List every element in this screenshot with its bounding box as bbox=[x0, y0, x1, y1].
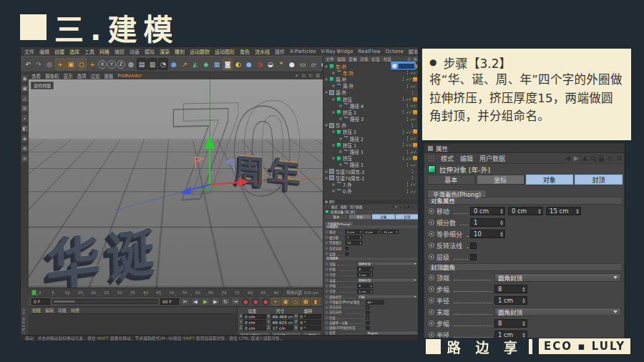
radio-icon[interactable] bbox=[326, 300, 328, 303]
add-tab-icon[interactable]: ⊞ bbox=[416, 205, 419, 208]
lock-icon[interactable] bbox=[407, 206, 409, 207]
workplane-icon[interactable]: ⊞ bbox=[21, 105, 28, 112]
radio-icon[interactable] bbox=[326, 236, 328, 239]
axis-mode-icon[interactable]: ⊕ bbox=[21, 145, 28, 152]
menu-item[interactable]: 编辑 bbox=[39, 48, 49, 55]
subdivision-field[interactable]: 1 bbox=[470, 218, 505, 227]
expand-toggle-icon[interactable] bbox=[325, 177, 328, 180]
expand-toggle-icon[interactable] bbox=[339, 117, 342, 120]
expand-toggle-icon[interactable] bbox=[332, 72, 335, 74]
enable-checks[interactable]: ✓✓ bbox=[406, 97, 411, 102]
subdivision-field[interactable]: 1 bbox=[346, 235, 363, 240]
rotate-tool-icon[interactable]: ○ bbox=[77, 58, 87, 70]
make-editable-icon[interactable]: ◉ bbox=[21, 75, 28, 82]
viewport[interactable]: 查看 摄像机 显示 选项 过滤 面板 ProRender +⊙↻⊞ 70 70 … bbox=[29, 72, 323, 288]
menu-item[interactable]: 流水线 bbox=[255, 48, 270, 55]
radio-icon[interactable] bbox=[326, 306, 328, 309]
autokey-icon[interactable]: ● bbox=[241, 298, 250, 305]
object-tree-row[interactable]: 路径 4 ✓✓ bbox=[323, 102, 419, 109]
size-field[interactable]: 69.469 cm bbox=[271, 314, 294, 319]
object-tree-row[interactable]: 年-外 ✓✓ bbox=[323, 69, 419, 76]
stepper-icon[interactable] bbox=[522, 298, 525, 303]
step-forward-icon[interactable]: ▶ bbox=[211, 298, 220, 305]
menu-item[interactable]: 插件 bbox=[275, 48, 285, 55]
key-pla-icon[interactable]: ▮ bbox=[311, 298, 320, 305]
menu-item[interactable]: 工具 bbox=[84, 48, 94, 55]
extrude-generator-icon[interactable]: ◭ bbox=[190, 58, 200, 70]
om-menu-view[interactable]: 查看 bbox=[348, 56, 357, 62]
expand-toggle-icon[interactable] bbox=[332, 84, 335, 87]
go-end-icon[interactable]: ⇥ bbox=[231, 298, 240, 305]
tab-object[interactable]: 对象 bbox=[526, 175, 574, 185]
tab-coordinates[interactable]: 坐标 bbox=[477, 175, 525, 185]
expand-toggle-icon[interactable] bbox=[339, 137, 342, 140]
edges-mode-icon[interactable]: ◧ bbox=[21, 125, 28, 132]
radio-icon[interactable] bbox=[326, 279, 328, 282]
material-menu-item[interactable]: 编辑 bbox=[45, 307, 54, 313]
iso-subdivision-field[interactable]: 10 bbox=[470, 230, 505, 238]
radio-icon[interactable] bbox=[429, 275, 434, 280]
axis-gizmo[interactable] bbox=[107, 119, 322, 240]
end-radius-field[interactable]: 1 cm bbox=[357, 289, 373, 293]
expand-toggle-icon[interactable] bbox=[325, 91, 328, 94]
top-radius-field[interactable]: 1 cm bbox=[357, 273, 373, 277]
visibility-dots-icon[interactable] bbox=[406, 136, 409, 141]
stepper-icon[interactable] bbox=[360, 242, 361, 244]
rotation-field[interactable]: 0 ° bbox=[298, 320, 321, 325]
radio-icon[interactable] bbox=[326, 273, 328, 276]
phong-tag-icon[interactable] bbox=[413, 97, 417, 102]
movement-y-field[interactable]: 0 cm bbox=[508, 207, 543, 215]
menu-item[interactable]: 脚本 bbox=[409, 48, 418, 55]
menu-item[interactable]: 创建 bbox=[54, 48, 64, 55]
camera-icon[interactable]: ◙ bbox=[223, 58, 233, 70]
points-mode-icon[interactable]: ∙ bbox=[21, 115, 28, 122]
enable-checks[interactable]: ✓✓ bbox=[410, 117, 416, 122]
radio-icon[interactable] bbox=[326, 295, 328, 298]
radio-icon[interactable] bbox=[326, 311, 328, 314]
menu-item[interactable]: 动画 bbox=[130, 48, 140, 55]
attr-extra-control[interactable] bbox=[366, 321, 370, 325]
movement-z-field[interactable]: 15 cm bbox=[382, 230, 399, 234]
om-menu-object[interactable]: 对象 bbox=[360, 56, 369, 62]
lock-x-icon[interactable]: X bbox=[98, 60, 107, 69]
stepper-icon[interactable] bbox=[396, 230, 398, 233]
attr-extra-control[interactable]: ✓ bbox=[366, 315, 370, 319]
stepper-icon[interactable] bbox=[371, 285, 372, 287]
expand-toggle-icon[interactable] bbox=[332, 144, 335, 147]
vp-zoom-icon[interactable]: ⊙ bbox=[301, 73, 306, 79]
attributes-titlebar[interactable]: 属性 bbox=[424, 144, 625, 153]
radio-icon[interactable] bbox=[429, 243, 434, 248]
end-steps-field[interactable]: 8 bbox=[357, 284, 373, 288]
mograph-icon[interactable]: ▦ bbox=[212, 58, 222, 70]
enable-checks[interactable]: : bbox=[415, 169, 416, 174]
stepper-icon[interactable] bbox=[378, 230, 379, 233]
polygons-mode-icon[interactable]: ◈ bbox=[21, 135, 28, 142]
record-icon[interactable]: ● bbox=[251, 298, 260, 305]
om-menu-file[interactable]: 文件 bbox=[326, 56, 334, 62]
up-arrow-icon[interactable]: ▲ bbox=[582, 155, 587, 162]
menu-item[interactable]: 运动图形 bbox=[215, 48, 235, 55]
enable-checks[interactable]: ✓✓ bbox=[406, 109, 411, 114]
object-tree-row[interactable]: 挤压 ✓✓ bbox=[323, 96, 419, 102]
radio-icon[interactable] bbox=[429, 321, 434, 326]
end-cap-dropdown[interactable]: 圆角封顶 bbox=[494, 308, 621, 316]
forward-arrow-icon[interactable]: ▶ bbox=[395, 205, 397, 208]
subdivision-surface-icon[interactable]: ● bbox=[169, 58, 179, 70]
grip-icon[interactable] bbox=[325, 205, 328, 207]
object-tree-row[interactable]: 挤压 ✓✓ bbox=[323, 155, 419, 162]
vp-move-icon[interactable]: + bbox=[295, 73, 299, 79]
movement-x-field[interactable]: 0 cm bbox=[470, 207, 505, 215]
enable-checks[interactable]: ✓✓ bbox=[410, 150, 416, 155]
radio-icon[interactable] bbox=[326, 268, 328, 271]
radio-icon[interactable] bbox=[326, 285, 328, 288]
stepper-icon[interactable] bbox=[371, 290, 372, 292]
movement-z-field[interactable]: 15 cm bbox=[546, 207, 581, 215]
key-position-icon[interactable]: + bbox=[271, 298, 280, 305]
enable-checks[interactable]: ✓✓ bbox=[406, 156, 411, 161]
end-cap-dropdown[interactable]: 圆角封顶 bbox=[357, 278, 418, 283]
size-field[interactable]: 68.625 cm bbox=[271, 320, 294, 325]
loop-icon[interactable]: ↻ bbox=[221, 298, 230, 305]
vp-menu-prorender[interactable]: ProRender bbox=[118, 73, 142, 79]
selected-object-row[interactable]: 拉伸对象 [年-外] bbox=[323, 209, 419, 214]
iso-subdivision-field[interactable]: 10 bbox=[346, 241, 363, 245]
